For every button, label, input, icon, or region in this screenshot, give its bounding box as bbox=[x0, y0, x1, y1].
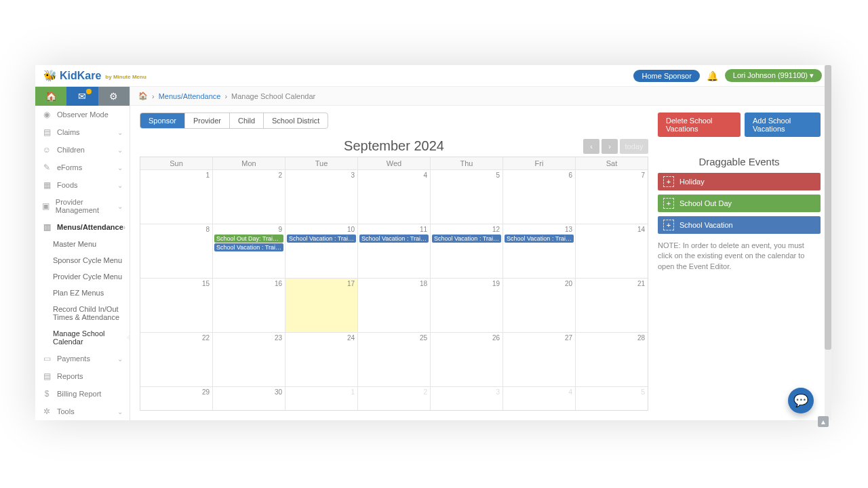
calendar-event[interactable]: School Vacation : Trainin… bbox=[359, 235, 429, 243]
sidebar-sub-plan-ez-menus[interactable]: Plan EZ Menus bbox=[35, 285, 130, 301]
sidebar-item-billing-report[interactable]: $Billing Report bbox=[35, 385, 130, 403]
day-number: 2 bbox=[278, 171, 282, 179]
sidebar-item-icon: ▣ bbox=[42, 201, 50, 211]
notifications-icon[interactable]: 🔔 bbox=[707, 70, 718, 81]
user-menu[interactable]: Lori Johnson (991100) ▾ bbox=[725, 69, 822, 82]
calendar-day[interactable]: 13School Vacation : Trainin… bbox=[502, 224, 575, 278]
calendar-day[interactable]: 24 bbox=[285, 333, 357, 386]
chat-bubble[interactable]: 💬 bbox=[788, 388, 814, 413]
day-number: 5 bbox=[641, 388, 645, 396]
scrollbar[interactable] bbox=[825, 65, 831, 420]
draggable-school-out-day[interactable]: +School Out Day bbox=[658, 195, 821, 212]
sidebar-item-eforms[interactable]: ✎eForms⌄ bbox=[35, 159, 130, 176]
scrollbar-thumb[interactable] bbox=[825, 65, 831, 350]
sidebar-item-tools[interactable]: ✲Tools⌄ bbox=[35, 403, 130, 420]
calendar-event[interactable]: School Vacation : Trainin… bbox=[287, 235, 356, 243]
sidebar-list: ◉Observer Mode▤Claims⌄☺Children⌄✎eForms⌄… bbox=[35, 106, 130, 420]
home-icon[interactable]: 🏠 bbox=[35, 87, 66, 106]
calendar-day[interactable]: 26 bbox=[430, 333, 502, 386]
draggable-school-vacation[interactable]: +School Vacation bbox=[658, 216, 821, 234]
calendar-day[interactable]: 6 bbox=[502, 170, 575, 224]
calendar-day[interactable]: 20 bbox=[502, 279, 575, 332]
sidebar-item-reports[interactable]: ▤Reports bbox=[35, 367, 130, 385]
breadcrumb-home-icon[interactable]: 🏠 bbox=[138, 92, 148, 100]
delete-vacations-button[interactable]: Delete School Vacations bbox=[658, 113, 741, 137]
sidebar-item-menus-attendance[interactable]: ▥Menus/Attendance› bbox=[35, 218, 130, 236]
sidebar-item-children[interactable]: ☺Children⌄ bbox=[35, 141, 130, 159]
calendar-day[interactable]: 28 bbox=[575, 333, 648, 386]
calendar-event[interactable]: School Out Day: Training… bbox=[214, 235, 283, 243]
calendar-day[interactable]: 11School Vacation : Trainin… bbox=[357, 224, 430, 278]
filter-tab-school-district[interactable]: School District bbox=[264, 113, 328, 128]
calendar-day[interactable]: 3 bbox=[285, 170, 357, 224]
sidebar-item-label: Observer Mode bbox=[57, 110, 108, 119]
day-number: 8 bbox=[205, 226, 210, 233]
sidebar-item-claims[interactable]: ▤Claims⌄ bbox=[35, 123, 130, 141]
sidebar-sub-record-child-in-out-times-attendance[interactable]: Record Child In/Out Times & Attendance bbox=[35, 301, 130, 325]
day-number: 26 bbox=[492, 334, 500, 342]
sidebar-sub-master-menu[interactable]: Master Menu bbox=[35, 236, 130, 252]
calendar-day[interactable]: 9School Out Day: Training…School Vacatio… bbox=[212, 224, 285, 278]
filter-tab-provider[interactable]: Provider bbox=[185, 113, 230, 128]
calendar-event[interactable]: School Vacation : Trainin… bbox=[432, 235, 501, 243]
day-number: 14 bbox=[637, 226, 645, 233]
calendar-day[interactable]: 17 bbox=[285, 279, 357, 332]
breadcrumb-link[interactable]: Menus/Attendance bbox=[159, 92, 221, 100]
day-number: 16 bbox=[275, 280, 282, 287]
calendar-day[interactable]: 21 bbox=[575, 279, 648, 332]
prev-month-button[interactable]: ‹ bbox=[583, 139, 599, 154]
dow-tue: Tue bbox=[285, 157, 357, 169]
home-sponsor-button[interactable]: Home Sponsor bbox=[633, 70, 699, 82]
sidebar-item-foods[interactable]: ▦Foods⌄ bbox=[35, 176, 130, 194]
calendar-day[interactable]: 27 bbox=[502, 333, 575, 386]
sidebar-item-provider-management[interactable]: ▣Provider Management⌄ bbox=[35, 194, 130, 218]
sidebar-sub-sponsor-cycle-menu[interactable]: Sponsor Cycle Menu bbox=[35, 252, 130, 268]
day-number: 3 bbox=[496, 388, 500, 396]
calendar-day[interactable]: 2 bbox=[212, 170, 285, 224]
mail-icon[interactable]: ✉ bbox=[66, 87, 98, 106]
add-vacations-button[interactable]: Add School Vacations bbox=[745, 113, 821, 137]
calendar-day[interactable]: 18 bbox=[357, 279, 430, 332]
filter-tab-sponsor[interactable]: Sponsor bbox=[140, 113, 185, 128]
calendar-day[interactable]: 10School Vacation : Trainin… bbox=[285, 224, 357, 278]
calendar-day[interactable]: 14 bbox=[575, 224, 648, 278]
day-number: 1 bbox=[351, 388, 355, 396]
calendar-day[interactable]: 1 bbox=[285, 387, 357, 410]
calendar-day[interactable]: 8 bbox=[140, 224, 212, 278]
sidebar-item-payments[interactable]: ▭Payments⌄ bbox=[35, 350, 130, 367]
calendar-day[interactable]: 2 bbox=[357, 387, 430, 410]
calendar-day[interactable]: 4 bbox=[502, 387, 575, 410]
calendar-day[interactable]: 12School Vacation : Trainin… bbox=[430, 224, 502, 278]
calendar-day[interactable]: 1 bbox=[140, 170, 212, 224]
filter-tab-child[interactable]: Child bbox=[230, 113, 264, 128]
calendar-day[interactable]: 4 bbox=[357, 170, 430, 224]
calendar-day[interactable]: 3 bbox=[430, 387, 502, 410]
today-button[interactable]: today bbox=[620, 139, 648, 154]
calendar-day[interactable]: 7 bbox=[575, 170, 648, 224]
calendar-day[interactable]: 5 bbox=[430, 170, 502, 224]
calendar-day[interactable]: 25 bbox=[357, 333, 430, 386]
scroll-top-button[interactable]: ▲ bbox=[818, 416, 829, 427]
draggable-holiday[interactable]: +Holiday bbox=[658, 173, 821, 190]
calendar-day[interactable]: 23 bbox=[212, 333, 285, 386]
calendar-grid: SunMonTueWedThuFriSat 123456789School Ou… bbox=[140, 157, 648, 411]
sidebar-sub-provider-cycle-menu[interactable]: Provider Cycle Menu bbox=[35, 268, 130, 285]
calendar-day[interactable]: 30 bbox=[212, 387, 285, 410]
next-month-button[interactable]: › bbox=[601, 139, 618, 154]
sidebar-item-icon: ◉ bbox=[42, 110, 52, 119]
calendar-day[interactable]: 16 bbox=[212, 279, 285, 332]
day-number: 4 bbox=[423, 171, 427, 179]
draggable-title: Draggable Events bbox=[658, 156, 821, 167]
calendar-day[interactable]: 15 bbox=[140, 279, 212, 332]
sidebar-sub-manage-school-calendar[interactable]: Manage School Calendar bbox=[35, 325, 130, 350]
day-number: 21 bbox=[637, 280, 645, 287]
dow-sun: Sun bbox=[140, 157, 212, 169]
sidebar-item-observer-mode[interactable]: ◉Observer Mode bbox=[35, 106, 130, 123]
calendar-day[interactable]: 29 bbox=[140, 387, 212, 410]
calendar-day[interactable]: 19 bbox=[430, 279, 502, 332]
calendar-day[interactable]: 5 bbox=[575, 387, 648, 410]
settings-icon[interactable]: ⚙ bbox=[98, 87, 130, 106]
calendar-event[interactable]: School Vacation : Trainin… bbox=[214, 243, 283, 251]
calendar-event[interactable]: School Vacation : Trainin… bbox=[505, 235, 574, 243]
calendar-day[interactable]: 22 bbox=[140, 333, 212, 386]
